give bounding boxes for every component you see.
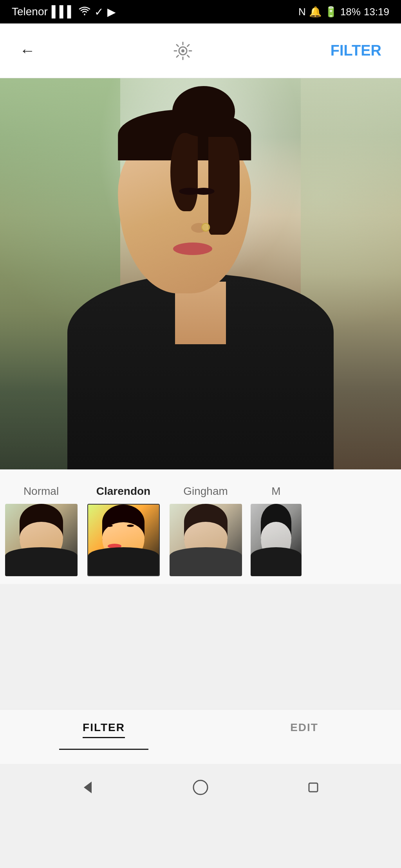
- back-button[interactable]: ←: [16, 38, 39, 63]
- silent-icon: 🔔: [309, 6, 322, 18]
- signal-icon: ▌▌▌: [52, 5, 75, 18]
- battery-label: 18%: [340, 6, 361, 18]
- next-button[interactable]: FILTER: [327, 38, 385, 63]
- svg-line-7: [187, 45, 189, 47]
- status-right: N 🔔 🔋 18% 13:19: [298, 6, 389, 18]
- filter-item-clarendon[interactable]: Clarendon: [82, 485, 164, 576]
- wifi-icon: [79, 5, 90, 18]
- android-home-button[interactable]: [191, 778, 210, 797]
- svg-point-11: [193, 780, 208, 794]
- check-icon: ✓: [94, 5, 103, 18]
- filter-label-gingham: Gingham: [183, 485, 228, 498]
- nav-center: [171, 39, 195, 63]
- filter-area: Normal Clarendon: [0, 469, 401, 584]
- filter-tab-label: FILTER: [83, 721, 125, 734]
- filter-thumb-clarendon: [87, 504, 160, 576]
- filter-item-normal[interactable]: Normal: [0, 485, 82, 576]
- svg-point-9: [181, 49, 184, 52]
- main-photo: [0, 78, 401, 469]
- status-bar: Telenor ▌▌▌ ✓ ▶ N 🔔 🔋 18% 13:19: [0, 0, 401, 23]
- battery-icon: 🔋: [325, 6, 337, 18]
- android-nav: [0, 764, 401, 811]
- filter-thumb-normal: [5, 504, 78, 576]
- top-nav: ← FILTER: [0, 23, 401, 78]
- brightness-icon[interactable]: [171, 39, 195, 63]
- svg-line-6: [187, 55, 189, 57]
- filter-scroll: Normal Clarendon: [0, 485, 401, 576]
- mid-spacer: [0, 584, 401, 709]
- filter-label-clarendon: Clarendon: [96, 485, 150, 498]
- carrier-label: Telenor: [12, 5, 48, 18]
- android-back-button[interactable]: [78, 778, 98, 797]
- svg-rect-12: [309, 783, 318, 792]
- filter-item-gingham[interactable]: Gingham: [164, 485, 247, 576]
- status-left: Telenor ▌▌▌ ✓ ▶: [12, 5, 116, 18]
- svg-line-5: [177, 45, 179, 47]
- android-recents-button[interactable]: [303, 778, 323, 797]
- tab-edit[interactable]: EDIT: [267, 717, 342, 738]
- filter-label-normal: Normal: [23, 485, 59, 498]
- nfc-icon: N: [298, 6, 306, 18]
- tab-filter[interactable]: FILTER: [59, 717, 148, 742]
- filter-thumb-moon: [251, 504, 302, 576]
- svg-marker-10: [84, 782, 92, 793]
- time-label: 13:19: [364, 6, 389, 18]
- svg-line-8: [177, 55, 179, 57]
- filter-label-moon: M: [271, 485, 280, 498]
- edit-tab-label: EDIT: [290, 721, 318, 734]
- bottom-tabs: FILTER EDIT: [0, 709, 401, 764]
- filter-item-moon[interactable]: M: [247, 485, 305, 576]
- media-icon: ▶: [107, 5, 116, 18]
- filter-thumb-gingham: [170, 504, 242, 576]
